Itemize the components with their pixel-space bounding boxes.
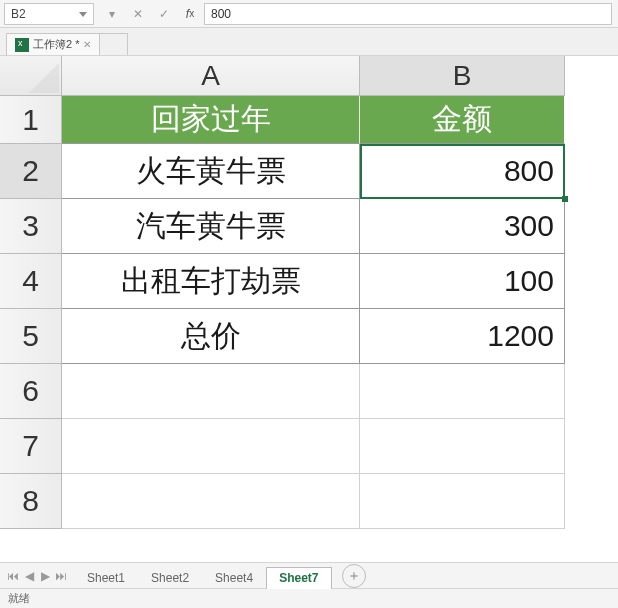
nav-prev-icon[interactable]: ◀ xyxy=(22,569,36,583)
row-header-6[interactable]: 6 xyxy=(0,364,62,419)
row-header-1[interactable]: 1 xyxy=(0,96,62,144)
cell-A1[interactable]: 回家过年 xyxy=(62,96,360,144)
doc-tab-strip: 工作簿2 * ✕ xyxy=(0,28,618,56)
cell-B4[interactable]: 100 xyxy=(360,254,565,309)
nav-last-icon[interactable]: ⏭ xyxy=(54,569,68,583)
select-all-corner[interactable] xyxy=(0,56,62,96)
doc-tab[interactable]: 工作簿2 * ✕ xyxy=(6,33,100,55)
fx-icon[interactable]: fx xyxy=(178,3,202,25)
nav-first-icon[interactable]: ⏮ xyxy=(6,569,20,583)
cell-A4[interactable]: 出租车打劫票 xyxy=(62,254,360,309)
add-sheet-button[interactable]: ＋ xyxy=(342,564,366,588)
cell-B6[interactable] xyxy=(360,364,565,419)
row-header-8[interactable]: 8 xyxy=(0,474,62,529)
sheet-tab[interactable]: Sheet1 xyxy=(74,567,138,589)
enter-icon[interactable]: ✓ xyxy=(152,3,176,25)
cell-B7[interactable] xyxy=(360,419,565,474)
cell-B8[interactable] xyxy=(360,474,565,529)
sheet-tab[interactable]: Sheet7 xyxy=(266,567,331,589)
cell-A2[interactable]: 火车黄牛票 xyxy=(62,144,360,199)
formula-value: 800 xyxy=(211,7,231,21)
row-header-5[interactable]: 5 xyxy=(0,309,62,364)
name-box-value: B2 xyxy=(11,7,26,21)
sheet-tab-bar: ⏮ ◀ ▶ ⏭ Sheet1 Sheet2 Sheet4 Sheet7 ＋ xyxy=(0,562,618,588)
cell-A6[interactable] xyxy=(62,364,360,419)
row-header-3[interactable]: 3 xyxy=(0,199,62,254)
cell-A7[interactable] xyxy=(62,419,360,474)
nav-next-icon[interactable]: ▶ xyxy=(38,569,52,583)
fill-handle[interactable] xyxy=(562,196,568,202)
row-header-7[interactable]: 7 xyxy=(0,419,62,474)
formula-bar: B2 ▾ ✕ ✓ fx 800 xyxy=(0,0,618,28)
excel-icon xyxy=(15,38,29,52)
cell-B2[interactable]: 800 xyxy=(360,144,565,199)
col-header-A[interactable]: A xyxy=(62,56,360,96)
chevron-down-icon[interactable] xyxy=(79,12,87,17)
name-box[interactable]: B2 xyxy=(4,3,94,25)
cell-A5[interactable]: 总价 xyxy=(62,309,360,364)
cell-B3[interactable]: 300 xyxy=(360,199,565,254)
formula-bar-buttons: ▾ ✕ ✓ fx xyxy=(100,3,202,25)
sheet-tab[interactable]: Sheet2 xyxy=(138,567,202,589)
row-header-4[interactable]: 4 xyxy=(0,254,62,309)
cell-A3[interactable]: 汽车黄牛票 xyxy=(62,199,360,254)
row-header-2[interactable]: 2 xyxy=(0,144,62,199)
formula-input[interactable]: 800 xyxy=(204,3,612,25)
column-headers: A B xyxy=(62,56,618,96)
status-bar: 就绪 xyxy=(0,588,618,608)
col-header-B[interactable]: B xyxy=(360,56,565,96)
status-text: 就绪 xyxy=(8,592,30,604)
cell-B1[interactable]: 金额 xyxy=(360,96,565,144)
cell-B5[interactable]: 1200 xyxy=(360,309,565,364)
close-icon[interactable]: ✕ xyxy=(83,39,91,50)
doc-tab-spacer xyxy=(100,33,128,55)
cells: 回家过年 金额 火车黄牛票 800 汽车黄牛票 300 出租车打劫票 100 总… xyxy=(62,96,565,529)
sheet-nav: ⏮ ◀ ▶ ⏭ xyxy=(0,569,74,583)
cancel-icon[interactable]: ✕ xyxy=(126,3,150,25)
grid-area: A B 1 2 3 4 5 6 7 8 回家过年 金额 火车黄牛票 800 汽车… xyxy=(0,56,618,562)
doc-tab-title: 工作簿2 * xyxy=(33,37,79,52)
sheet-tab[interactable]: Sheet4 xyxy=(202,567,266,589)
cell-A8[interactable] xyxy=(62,474,360,529)
expand-icon[interactable]: ▾ xyxy=(100,3,124,25)
row-headers: 1 2 3 4 5 6 7 8 xyxy=(0,96,62,529)
